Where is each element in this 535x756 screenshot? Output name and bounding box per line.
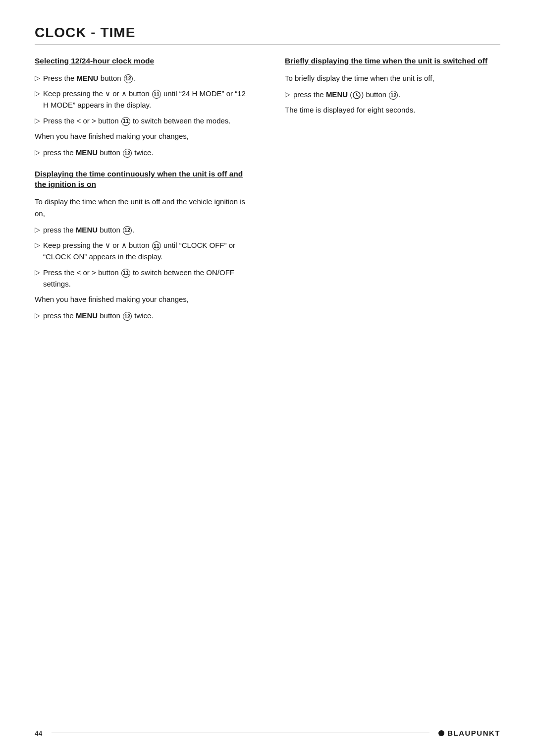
arrow-icon-2: ▷ — [35, 88, 40, 99]
body-text-to-briefly: To briefly display the time when the uni… — [285, 72, 500, 84]
body-text-to-display-1: To display the time when the unit is off… — [35, 196, 250, 219]
arrow-icon-7: ▷ — [35, 267, 40, 278]
bullet-press-left-right-2: ▷ Press the < or > button 11 to switch b… — [35, 267, 250, 290]
arrow-icon-6: ▷ — [35, 240, 40, 251]
page-title: CLOCK - TIME — [35, 25, 500, 41]
section-continuous-heading: Displaying the time continuously when th… — [35, 169, 250, 190]
bullet-text-4: press the MENU button 12 twice. — [43, 147, 154, 158]
bullet-text-5: press the MENU button 12. — [43, 224, 134, 235]
arrow-icon-9: ▷ — [285, 89, 290, 100]
section-briefly-display: Briefly displaying the time when the uni… — [285, 56, 500, 116]
bullet-press-menu-twice-2: ▷ press the MENU button 12 twice. — [35, 310, 250, 321]
page-number: 44 — [35, 729, 43, 737]
body-text-eight-seconds: The time is displayed for eight seconds. — [285, 104, 500, 116]
bullet-press-left-right-1: ▷ Press the < or > button 11 to switch b… — [35, 115, 250, 126]
body-text-when-finished-1: When you have finished making your chang… — [35, 130, 250, 142]
brand-name: BLAUPUNKT — [447, 729, 500, 737]
bullet-press-menu-1: ▷ Press the MENU button 12. — [35, 72, 250, 84]
left-column: Selecting 12/24-hour clock mode ▷ Press … — [35, 56, 255, 326]
bullet-press-menu-clock: ▷ press the MENU () button 12. — [285, 89, 500, 100]
brand-dot — [438, 730, 444, 736]
bullet-text-7: Press the < or > button 11 to switch bet… — [43, 267, 250, 290]
svg-line-2 — [357, 95, 358, 96]
arrow-icon-3: ▷ — [35, 116, 40, 126]
footer: 44 BLAUPUNKT — [35, 729, 500, 737]
bullet-press-menu-twice-1: ▷ press the MENU button 12 twice. — [35, 147, 250, 158]
bullet-text-1: Press the MENU button 12. — [43, 72, 135, 84]
bullet-keep-pressing-1: ▷ Keep pressing the ∨ or ∧ button 11 unt… — [35, 88, 250, 111]
body-text-when-finished-2: When you have finished making your chang… — [35, 293, 250, 305]
bullet-text-3: Press the < or > button 11 to switch bet… — [43, 115, 231, 126]
arrow-icon-1: ▷ — [35, 73, 40, 84]
bullet-text-9: press the MENU () button 12. — [293, 89, 400, 100]
title-rule — [35, 45, 500, 45]
section-12-24-hour-heading: Selecting 12/24-hour clock mode — [35, 56, 250, 66]
arrow-icon-5: ▷ — [35, 225, 40, 235]
right-column: Briefly displaying the time when the uni… — [280, 56, 500, 326]
bullet-text-6: Keep pressing the ∨ or ∧ button 11 until… — [43, 239, 250, 263]
bullet-text-2: Keep pressing the ∨ or ∧ button 11 until… — [43, 88, 250, 111]
bullet-press-menu-2: ▷ press the MENU button 12. — [35, 224, 250, 235]
section-briefly-heading: Briefly displaying the time when the uni… — [285, 56, 500, 66]
section-continuous-display: Displaying the time continuously when th… — [35, 169, 250, 321]
bullet-text-8: press the MENU button 12 twice. — [43, 310, 154, 321]
content-columns: Selecting 12/24-hour clock mode ▷ Press … — [35, 56, 500, 326]
footer-line — [52, 733, 430, 733]
bullet-keep-pressing-2: ▷ Keep pressing the ∨ or ∧ button 11 unt… — [35, 239, 250, 263]
arrow-icon-4: ▷ — [35, 147, 40, 158]
section-12-24-hour: Selecting 12/24-hour clock mode ▷ Press … — [35, 56, 250, 158]
brand-logo: BLAUPUNKT — [438, 729, 500, 737]
arrow-icon-8: ▷ — [35, 310, 40, 321]
